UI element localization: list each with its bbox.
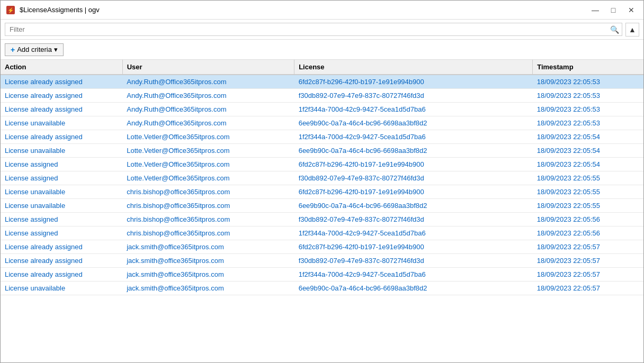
table-row[interactable]: License assignedchris.bishop@office365it… — [1, 226, 643, 240]
cell-action: License already assigned — [1, 268, 122, 282]
cell-timestamp: 18/09/2023 22:05:57 — [533, 268, 643, 282]
cell-timestamp: 18/09/2023 22:05:54 — [533, 158, 643, 171]
col-user[interactable]: User — [122, 60, 294, 75]
cell-timestamp: 18/09/2023 22:05:54 — [533, 144, 643, 158]
col-action[interactable]: Action — [1, 60, 122, 75]
add-criteria-button[interactable]: + Add criteria ▾ — [5, 43, 64, 56]
toolbar: + Add criteria ▾ — [1, 40, 643, 60]
cell-license: 6fd2c87f-b296-42f0-b197-1e91e994b900 — [294, 75, 533, 89]
cell-user: Andy.Ruth@Office365itpros.com — [122, 103, 294, 116]
collapse-button[interactable]: ▲ — [625, 23, 639, 37]
cell-action: License assigned — [1, 226, 122, 240]
table-row[interactable]: License assignedLotte.Vetler@Office365it… — [1, 171, 643, 185]
cell-license: 1f2f344a-700d-42c9-9427-5cea1d5d7ba6 — [294, 103, 533, 116]
cell-action: License assigned — [1, 158, 122, 171]
table-row[interactable]: License already assignedAndy.Ruth@Office… — [1, 103, 643, 116]
app-icon: ⚡ — [6, 5, 15, 15]
cell-user: Andy.Ruth@Office365itpros.com — [122, 116, 294, 130]
table-row[interactable]: License unavailableAndy.Ruth@Office365it… — [1, 116, 643, 130]
table-container[interactable]: Action User License Timestamp License al… — [1, 60, 643, 362]
cell-action: License already assigned — [1, 75, 122, 89]
cell-license: 6ee9b90c-0a7a-46c4-bc96-6698aa3bf8d2 — [294, 282, 533, 295]
add-criteria-label: Add criteria — [17, 46, 52, 53]
cell-license: 6fd2c87f-b296-42f0-b197-1e91e994b900 — [294, 240, 533, 254]
filter-input-wrap: 🔍 — [5, 23, 622, 36]
cell-user: jack.smith@office365itpros.com — [122, 268, 294, 282]
table-row[interactable]: License already assignedjack.smith@offic… — [1, 254, 643, 268]
cell-action: License assigned — [1, 213, 122, 226]
cell-user: Lotte.Vetler@Office365itpros.com — [122, 130, 294, 144]
filter-bar: 🔍 ▲ — [1, 20, 643, 40]
main-window: ⚡ $LicenseAssigments | ogv — □ ✕ 🔍 ▲ + A… — [0, 0, 644, 363]
title-bar: ⚡ $LicenseAssigments | ogv — □ ✕ — [1, 1, 643, 20]
minimize-button[interactable]: — — [588, 5, 602, 15]
cell-user: jack.smith@office365itpros.com — [122, 282, 294, 295]
cell-timestamp: 18/09/2023 22:05:56 — [533, 213, 643, 226]
table-body: License already assignedAndy.Ruth@Office… — [1, 75, 643, 295]
cell-license: 6fd2c87f-b296-42f0-b197-1e91e994b900 — [294, 158, 533, 171]
cell-action: License unavailable — [1, 116, 122, 130]
cell-action: License already assigned — [1, 89, 122, 103]
cell-timestamp: 18/09/2023 22:05:54 — [533, 130, 643, 144]
close-button[interactable]: ✕ — [624, 5, 638, 15]
cell-license: f30db892-07e9-47e9-837c-80727f46fd3d — [294, 254, 533, 268]
table-header: Action User License Timestamp — [1, 60, 643, 75]
cell-action: License unavailable — [1, 144, 122, 158]
cell-user: jack.smith@office365itpros.com — [122, 240, 294, 254]
cell-timestamp: 18/09/2023 22:05:55 — [533, 171, 643, 185]
cell-action: License unavailable — [1, 199, 122, 213]
table-row[interactable]: License unavailablejack.smith@office365i… — [1, 282, 643, 295]
cell-user: chris.bishop@office365itpros.com — [122, 185, 294, 199]
cell-user: chris.bishop@office365itpros.com — [122, 213, 294, 226]
table-row[interactable]: License already assignedjack.smith@offic… — [1, 268, 643, 282]
cell-timestamp: 18/09/2023 22:05:53 — [533, 103, 643, 116]
table-row[interactable]: License already assignedAndy.Ruth@Office… — [1, 89, 643, 103]
cell-action: License already assigned — [1, 254, 122, 268]
cell-timestamp: 18/09/2023 22:05:57 — [533, 240, 643, 254]
table-row[interactable]: License already assignedAndy.Ruth@Office… — [1, 75, 643, 89]
cell-license: 1f2f344a-700d-42c9-9427-5cea1d5d7ba6 — [294, 226, 533, 240]
window-controls: — □ ✕ — [588, 5, 638, 15]
cell-user: Andy.Ruth@Office365itpros.com — [122, 89, 294, 103]
dropdown-arrow-icon: ▾ — [54, 46, 58, 53]
table-row[interactable]: License assignedLotte.Vetler@Office365it… — [1, 158, 643, 171]
cell-license: 6ee9b90c-0a7a-46c4-bc96-6698aa3bf8d2 — [294, 144, 533, 158]
cell-user: jack.smith@office365itpros.com — [122, 254, 294, 268]
cell-license: 1f2f344a-700d-42c9-9427-5cea1d5d7ba6 — [294, 130, 533, 144]
cell-action: License already assigned — [1, 130, 122, 144]
table-row[interactable]: License assignedchris.bishop@office365it… — [1, 213, 643, 226]
cell-user: Lotte.Vetler@Office365itpros.com — [122, 171, 294, 185]
cell-user: chris.bishop@office365itpros.com — [122, 226, 294, 240]
table-row[interactable]: License unavailablechris.bishop@office36… — [1, 185, 643, 199]
table-row[interactable]: License already assignedjack.smith@offic… — [1, 240, 643, 254]
cell-license: 6fd2c87f-b296-42f0-b197-1e91e994b900 — [294, 185, 533, 199]
cell-user: Andy.Ruth@Office365itpros.com — [122, 75, 294, 89]
cell-license: f30db892-07e9-47e9-837c-80727f46fd3d — [294, 213, 533, 226]
cell-timestamp: 18/09/2023 22:05:53 — [533, 116, 643, 130]
cell-timestamp: 18/09/2023 22:05:56 — [533, 226, 643, 240]
plus-icon: + — [11, 46, 15, 54]
maximize-button[interactable]: □ — [606, 5, 620, 15]
cell-action: License already assigned — [1, 240, 122, 254]
cell-license: 6ee9b90c-0a7a-46c4-bc96-6698aa3bf8d2 — [294, 116, 533, 130]
cell-action: License assigned — [1, 171, 122, 185]
table-row[interactable]: License unavailableLotte.Vetler@Office36… — [1, 144, 643, 158]
filter-input[interactable] — [5, 23, 622, 36]
cell-license: f30db892-07e9-47e9-837c-80727f46fd3d — [294, 89, 533, 103]
cell-timestamp: 18/09/2023 22:05:57 — [533, 282, 643, 295]
cell-license: 1f2f344a-700d-42c9-9427-5cea1d5d7ba6 — [294, 268, 533, 282]
cell-timestamp: 18/09/2023 22:05:55 — [533, 185, 643, 199]
col-license[interactable]: License — [294, 60, 533, 75]
table-row[interactable]: License already assignedLotte.Vetler@Off… — [1, 130, 643, 144]
cell-action: License already assigned — [1, 103, 122, 116]
cell-timestamp: 18/09/2023 22:05:55 — [533, 199, 643, 213]
cell-user: Lotte.Vetler@Office365itpros.com — [122, 158, 294, 171]
svg-text:⚡: ⚡ — [7, 7, 14, 14]
cell-user: Lotte.Vetler@Office365itpros.com — [122, 144, 294, 158]
cell-timestamp: 18/09/2023 22:05:53 — [533, 89, 643, 103]
table-row[interactable]: License unavailablechris.bishop@office36… — [1, 199, 643, 213]
col-timestamp[interactable]: Timestamp — [533, 60, 643, 75]
search-icon: 🔍 — [610, 25, 619, 34]
window-title: $LicenseAssigments | ogv — [20, 6, 588, 14]
cell-timestamp: 18/09/2023 22:05:53 — [533, 75, 643, 89]
